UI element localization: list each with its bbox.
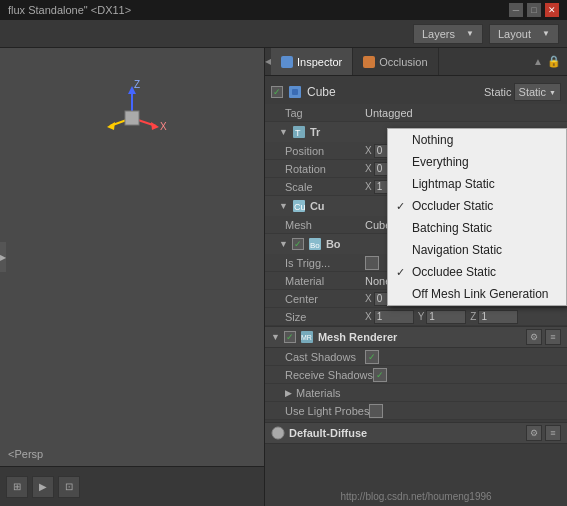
layout-dropdown[interactable]: Layout xyxy=(489,24,559,44)
svg-marker-4 xyxy=(151,122,159,130)
menu-item-occludee[interactable]: Occludee Static xyxy=(388,261,566,283)
svg-text:X: X xyxy=(160,121,167,132)
watermark: http://blog.csdn.net/houmeng1996 xyxy=(265,491,567,502)
size-x[interactable] xyxy=(374,310,414,324)
meshrenderer-arrow: ▼ xyxy=(271,332,280,342)
default-diffuse-buttons: ⚙ ≡ xyxy=(526,425,561,441)
svg-rect-10 xyxy=(292,89,298,95)
tag-row: Tag Untagged xyxy=(265,104,567,122)
main-layout: Z X ▶ <Persp ⊞ ▶ ⊡ xyxy=(0,48,567,506)
size-xyz: X Y Z xyxy=(365,310,561,324)
right-panel: ◀ Inspector Occlusion ▲ 🔒 ✓ xyxy=(265,48,567,506)
diffuse-gear-btn[interactable]: ≡ xyxy=(545,425,561,441)
menu-item-batching[interactable]: Batching Static xyxy=(388,217,566,239)
meshrenderer-buttons: ⚙ ≡ xyxy=(526,329,561,345)
inspector-content: ✓ Cube Static Static Nothing Everything xyxy=(265,76,567,506)
meshrenderer-header: ▼ ✓ MR Mesh Renderer ⚙ ≡ xyxy=(265,326,567,348)
cast-shadows-checkbox[interactable] xyxy=(365,350,379,364)
layers-dropdown[interactable]: Layers xyxy=(413,24,483,44)
close-btn[interactable]: ✕ xyxy=(545,3,559,17)
persp-label: <Persp xyxy=(8,448,43,460)
svg-text:MR: MR xyxy=(301,334,312,341)
tab-occlusion[interactable]: Occlusion xyxy=(353,48,438,75)
gizmo: Z X xyxy=(92,78,172,161)
receive-shadows-checkbox[interactable] xyxy=(373,368,387,382)
title-text: flux Standalone" <DX11> xyxy=(8,4,131,16)
title-bar: flux Standalone" <DX11> ─ □ ✕ xyxy=(0,0,567,20)
viewport-bottom-toolbar: ⊞ ▶ ⊡ xyxy=(0,466,264,506)
static-label: Static xyxy=(484,86,512,98)
tabs-right: ▲ 🔒 xyxy=(533,48,567,75)
minimize-btn[interactable]: ─ xyxy=(509,3,523,17)
light-probes-row: Use Light Probes xyxy=(265,402,567,420)
receive-shadows-row: Receive Shadows xyxy=(265,366,567,384)
svg-text:Cu: Cu xyxy=(294,202,306,212)
tag-label: Tag xyxy=(285,107,365,119)
meshrenderer-icon: MR xyxy=(300,330,314,344)
object-header: ✓ Cube Static Static xyxy=(265,80,567,104)
scale-label: Scale xyxy=(285,181,365,193)
top-toolbar: Layers Layout xyxy=(0,20,567,48)
object-icon xyxy=(287,84,303,100)
lock-btn[interactable]: 🔒 xyxy=(547,55,561,68)
tag-value: Untagged xyxy=(365,107,561,119)
size-row: Size X Y Z xyxy=(265,308,567,326)
svg-rect-8 xyxy=(125,111,139,125)
diffuse-settings-btn[interactable]: ⚙ xyxy=(526,425,542,441)
light-probes-label: Use Light Probes xyxy=(285,405,369,417)
default-diffuse-icon xyxy=(271,426,285,440)
cube-icon: Cu xyxy=(292,199,306,213)
size-z[interactable] xyxy=(478,310,518,324)
material-label: Material xyxy=(285,275,365,287)
tabs-bar: ◀ Inspector Occlusion ▲ 🔒 xyxy=(265,48,567,76)
istriggered-label: Is Trigg... xyxy=(285,257,365,269)
viewport-btn-3[interactable]: ⊡ xyxy=(58,476,80,498)
transform-icon: T xyxy=(292,125,306,139)
svg-marker-7 xyxy=(107,122,115,130)
left-indicator: ▶ xyxy=(0,242,6,272)
light-probes-checkbox[interactable] xyxy=(369,404,383,418)
boxcollider-icon: Bo xyxy=(308,237,322,251)
boxcollider-checkbox[interactable]: ✓ xyxy=(292,238,304,250)
svg-text:T: T xyxy=(295,128,301,138)
viewport-canvas[interactable]: Z X ▶ <Persp xyxy=(0,48,264,466)
default-diffuse-title: Default-Diffuse xyxy=(289,427,526,439)
cast-shadows-row: Cast Shadows xyxy=(265,348,567,366)
transform-title: Tr xyxy=(310,126,320,138)
tab-inspector[interactable]: Inspector xyxy=(271,48,353,75)
object-name: Cube xyxy=(307,85,484,99)
viewport-btn-2[interactable]: ▶ xyxy=(32,476,54,498)
meshrenderer-title: Mesh Renderer xyxy=(318,331,526,343)
istriggered-checkbox[interactable] xyxy=(365,256,379,270)
boxcollider-arrow: ▼ xyxy=(279,239,288,249)
occlusion-tab-icon xyxy=(363,56,375,68)
rotation-label: Rotation xyxy=(285,163,365,175)
static-menu: Nothing Everything Lightmap Static Occlu… xyxy=(387,128,567,306)
materials-row: ▶ Materials xyxy=(265,384,567,402)
center-label: Center xyxy=(285,293,365,305)
menu-item-offmesh[interactable]: Off Mesh Link Generation xyxy=(388,283,566,305)
meshrenderer-settings-btn[interactable]: ⚙ xyxy=(526,329,542,345)
menu-item-nothing[interactable]: Nothing xyxy=(388,129,566,151)
svg-text:Bo: Bo xyxy=(310,241,320,250)
menu-item-navigation[interactable]: Navigation Static xyxy=(388,239,566,261)
cube-title: Cu xyxy=(310,200,325,212)
default-diffuse-header: Default-Diffuse ⚙ ≡ xyxy=(265,422,567,444)
viewport-panel: Z X ▶ <Persp ⊞ ▶ ⊡ xyxy=(0,48,265,506)
static-dropdown[interactable]: Static xyxy=(514,83,561,101)
object-active-checkbox[interactable]: ✓ xyxy=(271,86,283,98)
meshrenderer-checkbox[interactable]: ✓ xyxy=(284,331,296,343)
maximize-btn[interactable]: □ xyxy=(527,3,541,17)
size-y[interactable] xyxy=(426,310,466,324)
meshrenderer-gear-btn[interactable]: ≡ xyxy=(545,329,561,345)
menu-item-occluder[interactable]: Occluder Static xyxy=(388,195,566,217)
cube-arrow: ▼ xyxy=(279,201,288,211)
cast-shadows-label: Cast Shadows xyxy=(285,351,365,363)
mesh-label: Mesh xyxy=(285,219,365,231)
menu-item-lightmap[interactable]: Lightmap Static xyxy=(388,173,566,195)
boxcollider-title: Bo xyxy=(326,238,341,250)
viewport-btn-1[interactable]: ⊞ xyxy=(6,476,28,498)
receive-shadows-label: Receive Shadows xyxy=(285,369,373,381)
position-label: Position xyxy=(285,145,365,157)
menu-item-everything[interactable]: Everything xyxy=(388,151,566,173)
